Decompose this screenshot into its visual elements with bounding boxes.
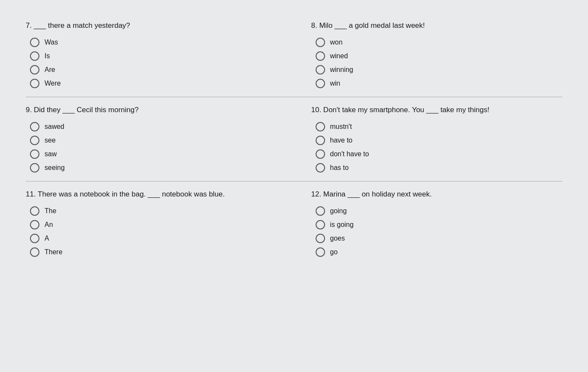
radio-q11-0[interactable] <box>30 206 39 216</box>
option-item-q8-0[interactable]: won <box>316 38 563 47</box>
option-label-q11-1: An <box>45 221 53 229</box>
option-label-q9-2: saw <box>45 150 57 158</box>
option-label-q9-3: seeing <box>45 164 65 172</box>
radio-q12-2[interactable] <box>316 234 325 243</box>
option-label-q11-3: There <box>45 248 63 256</box>
option-item-q11-2[interactable]: A <box>30 234 286 243</box>
option-label-q12-3: go <box>330 248 338 256</box>
option-label-q9-1: see <box>45 137 56 144</box>
radio-q9-3[interactable] <box>30 163 39 173</box>
question-block-q11: 11. There was a notebook in the bag. ___… <box>26 182 294 265</box>
option-item-q7-3[interactable]: Were <box>30 79 286 88</box>
question-title-q12: 12. Marina ___ on holiday next week. <box>311 190 563 199</box>
radio-q7-3[interactable] <box>30 79 39 88</box>
option-item-q12-0[interactable]: going <box>316 206 563 216</box>
question-block-q10: 10. Don't take my smartphone. You ___ ta… <box>294 97 563 182</box>
options-list-q8: wonwinedwinningwin <box>311 38 563 88</box>
radio-q7-1[interactable] <box>30 51 39 61</box>
option-label-q7-3: Were <box>45 80 61 87</box>
radio-q10-1[interactable] <box>316 136 325 145</box>
option-item-q10-0[interactable]: mustn't <box>316 122 563 131</box>
option-label-q8-3: win <box>330 80 340 87</box>
options-list-q12: goingis goinggoesgo <box>311 206 563 257</box>
radio-q8-1[interactable] <box>316 51 325 61</box>
radio-q11-1[interactable] <box>30 220 39 229</box>
option-label-q7-2: Are <box>45 66 55 74</box>
options-list-q11: TheAnAThere <box>26 206 286 257</box>
question-title-q9: 9. Did they ___ Cecil this morning? <box>26 106 286 114</box>
option-label-q10-3: has to <box>330 164 349 172</box>
radio-q12-0[interactable] <box>316 206 325 216</box>
page: 7. ___ there a match yesterday?WasIsAreW… <box>0 0 588 372</box>
radio-q7-2[interactable] <box>30 65 39 74</box>
option-label-q11-0: The <box>45 207 57 215</box>
options-list-q9: sawedseesawseeing <box>26 122 286 173</box>
question-block-q12: 12. Marina ___ on holiday next week.goin… <box>294 182 563 265</box>
option-item-q8-2[interactable]: winning <box>316 65 563 74</box>
question-title-q11: 11. There was a notebook in the bag. ___… <box>26 190 286 199</box>
question-title-q10: 10. Don't take my smartphone. You ___ ta… <box>311 106 563 114</box>
option-label-q10-2: don't have to <box>330 150 369 158</box>
question-block-q8: 8. Milo ___ a gold medal last week!wonwi… <box>294 13 563 97</box>
radio-q9-0[interactable] <box>30 122 39 131</box>
radio-q7-0[interactable] <box>30 38 39 47</box>
radio-q9-2[interactable] <box>30 149 39 159</box>
option-label-q11-2: A <box>45 235 49 242</box>
option-item-q7-0[interactable]: Was <box>30 38 286 47</box>
radio-q10-0[interactable] <box>316 122 325 131</box>
question-block-q7: 7. ___ there a match yesterday?WasIsAreW… <box>26 13 294 97</box>
option-item-q8-1[interactable]: wined <box>316 51 563 61</box>
questions-grid: 7. ___ there a match yesterday?WasIsAreW… <box>26 13 562 265</box>
option-label-q8-2: winning <box>330 66 353 74</box>
option-label-q8-1: wined <box>330 52 348 60</box>
radio-q8-0[interactable] <box>316 38 325 47</box>
option-item-q12-2[interactable]: goes <box>316 234 563 243</box>
option-item-q11-3[interactable]: There <box>30 247 286 257</box>
radio-q12-1[interactable] <box>316 220 325 229</box>
option-item-q9-1[interactable]: see <box>30 136 286 145</box>
options-list-q10: mustn'thave todon't have tohas to <box>311 122 563 173</box>
option-label-q8-0: won <box>330 39 343 46</box>
option-label-q12-2: goes <box>330 235 345 242</box>
radio-q12-3[interactable] <box>316 247 325 257</box>
option-item-q10-2[interactable]: don't have to <box>316 149 563 159</box>
radio-q10-3[interactable] <box>316 163 325 173</box>
option-label-q7-0: Was <box>45 39 58 46</box>
option-label-q10-1: have to <box>330 137 352 144</box>
option-item-q9-0[interactable]: sawed <box>30 122 286 131</box>
radio-q8-3[interactable] <box>316 79 325 88</box>
option-label-q7-1: Is <box>45 52 50 60</box>
option-item-q9-2[interactable]: saw <box>30 149 286 159</box>
radio-q10-2[interactable] <box>316 149 325 159</box>
option-item-q11-1[interactable]: An <box>30 220 286 229</box>
question-title-q7: 7. ___ there a match yesterday? <box>26 21 286 30</box>
option-label-q12-1: is going <box>330 221 354 229</box>
radio-q8-2[interactable] <box>316 65 325 74</box>
option-item-q9-3[interactable]: seeing <box>30 163 286 173</box>
option-item-q12-3[interactable]: go <box>316 247 563 257</box>
radio-q11-3[interactable] <box>30 247 39 257</box>
options-list-q7: WasIsAreWere <box>26 38 286 88</box>
option-label-q10-0: mustn't <box>330 123 352 131</box>
option-item-q11-0[interactable]: The <box>30 206 286 216</box>
radio-q11-2[interactable] <box>30 234 39 243</box>
option-item-q7-1[interactable]: Is <box>30 51 286 61</box>
question-block-q9: 9. Did they ___ Cecil this morning?sawed… <box>26 97 294 182</box>
option-item-q12-1[interactable]: is going <box>316 220 563 229</box>
option-item-q7-2[interactable]: Are <box>30 65 286 74</box>
option-item-q10-1[interactable]: have to <box>316 136 563 145</box>
option-item-q8-3[interactable]: win <box>316 79 563 88</box>
question-title-q8: 8. Milo ___ a gold medal last week! <box>311 21 563 30</box>
option-label-q12-0: going <box>330 207 347 215</box>
radio-q9-1[interactable] <box>30 136 39 145</box>
option-item-q10-3[interactable]: has to <box>316 163 563 173</box>
option-label-q9-0: sawed <box>45 123 64 131</box>
